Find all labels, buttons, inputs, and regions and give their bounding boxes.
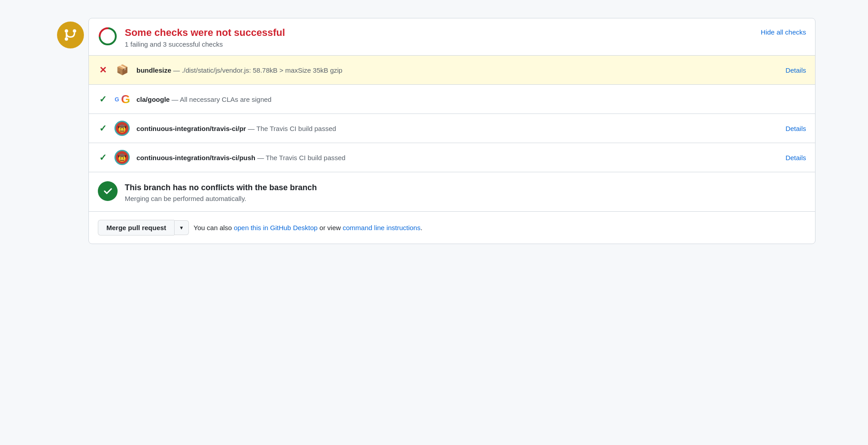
cla-google-desc: — All necessary CLAs are signed	[171, 96, 272, 103]
checks-title: Some checks were not successful	[125, 27, 285, 39]
merge-icon-column	[53, 18, 88, 48]
bundlesize-name: bundlesize	[136, 66, 171, 74]
bundlesize-details-link[interactable]: Details	[785, 66, 806, 74]
open-desktop-link[interactable]: open this in GitHub Desktop	[234, 224, 318, 231]
travis-push-name: continuous-integration/travis-ci/push	[136, 154, 255, 161]
merge-icon-badge	[57, 22, 84, 48]
svg-point-0	[65, 29, 68, 33]
merge-note-middle: or view	[318, 224, 343, 231]
chevron-down-icon: ▾	[180, 224, 183, 231]
travis-pr-check-text: continuous-integration/travis-ci/pr — Th…	[136, 125, 779, 132]
travis-pr-name: continuous-integration/travis-ci/pr	[136, 125, 246, 132]
travis-pr-details-link[interactable]: Details	[785, 125, 806, 132]
git-merge-icon	[62, 27, 79, 43]
merge-pull-request-button[interactable]: Merge pull request	[98, 220, 174, 236]
bundlesize-icon: 📦	[114, 62, 130, 78]
google-icon: G G	[114, 91, 130, 107]
checks-title-group: Some checks were not successful 1 failin…	[125, 27, 285, 48]
travis-push-details-link[interactable]: Details	[785, 154, 806, 161]
svg-text:G: G	[114, 96, 119, 103]
svg-text:🤠: 🤠	[118, 124, 127, 133]
svg-text:🤠: 🤠	[118, 153, 127, 162]
checks-status-spinner	[98, 26, 118, 48]
check-status-passing-icon-travis-push: ✓	[98, 153, 108, 162]
green-check-circle	[98, 181, 118, 201]
merge-note: You can also open this in GitHub Desktop…	[193, 224, 422, 231]
travis-push-check-text: continuous-integration/travis-ci/push — …	[136, 154, 779, 161]
checks-subtitle: 1 failing and 3 successful checks	[125, 40, 285, 48]
svg-point-1	[73, 29, 76, 33]
travis-pr-desc: — The Travis CI build passed	[248, 125, 336, 132]
no-conflict-title: This branch has no conflicts with the ba…	[125, 183, 317, 192]
hide-all-checks-button[interactable]: Hide all checks	[761, 26, 806, 36]
no-conflict-subtitle: Merging can be performed automatically.	[125, 195, 317, 202]
travis-icon-pr: 🤠	[114, 120, 130, 136]
check-status-passing-icon-google: ✓	[98, 95, 108, 104]
main-panel: Some checks were not successful 1 failin…	[88, 18, 815, 244]
no-conflict-section: This branch has no conflicts with the ba…	[89, 172, 815, 212]
merge-dropdown-button[interactable]: ▾	[174, 220, 189, 235]
command-line-link[interactable]: command line instructions	[343, 224, 421, 231]
check-status-passing-icon-travis-pr: ✓	[98, 124, 108, 133]
check-row-cla-google: ✓ G G cla/google — All necessary CLAs ar…	[89, 85, 815, 114]
merge-note-suffix: .	[421, 224, 422, 231]
svg-point-2	[65, 37, 68, 41]
no-conflict-text-group: This branch has no conflicts with the ba…	[125, 181, 317, 202]
travis-push-desc: — The Travis CI build passed	[257, 154, 345, 161]
merge-note-prefix: You can also	[193, 224, 234, 231]
travis-icon-push: 🤠	[114, 149, 130, 166]
checks-header: Some checks were not successful 1 failin…	[89, 18, 815, 56]
cla-google-check-text: cla/google — All necessary CLAs are sign…	[136, 96, 806, 103]
bundlesize-check-text: bundlesize — ./dist/static/js/vendor.js:…	[136, 66, 779, 74]
check-status-failing-icon: ✕	[98, 65, 108, 74]
check-row-travis-pr: ✓ 🤠 continuous-integration/travis-ci/pr …	[89, 114, 815, 143]
check-row-bundlesize: ✕ 📦 bundlesize — ./dist/static/js/vendor…	[89, 56, 815, 85]
check-row-travis-push: ✓ 🤠 continuous-integration/travis-ci/pus…	[89, 143, 815, 172]
bundlesize-desc: — ./dist/static/js/vendor.js: 58.78kB > …	[173, 66, 342, 74]
checkmark-icon	[102, 186, 113, 196]
merge-section: Merge pull request ▾ You can also open t…	[89, 212, 815, 244]
merge-button-group: Merge pull request ▾	[98, 220, 189, 236]
checks-header-left: Some checks were not successful 1 failin…	[98, 26, 285, 48]
cla-google-name: cla/google	[136, 96, 170, 103]
pr-merge-section: Some checks were not successful 1 failin…	[53, 18, 815, 244]
